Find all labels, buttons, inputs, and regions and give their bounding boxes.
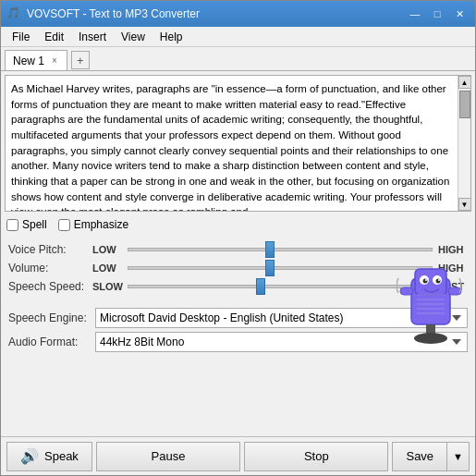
speech-engine-label: Speech Engine: (8, 311, 90, 324)
spell-check-item: Spell (6, 218, 47, 231)
svg-rect-15 (400, 287, 413, 295)
volume-track[interactable] (128, 266, 433, 270)
speech-speed-thumb[interactable] (256, 278, 265, 295)
window-title: VOVSOFT - Text to MP3 Converter (27, 7, 399, 20)
tab-bar: New 1 × + (1, 47, 475, 71)
save-button-group: Save ▼ (392, 442, 470, 471)
emphasize-label: Emphasize (74, 218, 128, 231)
svg-point-6 (425, 279, 427, 281)
tab-new1[interactable]: New 1 × (5, 50, 67, 70)
voice-pitch-low: LOW (92, 244, 122, 255)
chevron-down-icon: ▼ (453, 451, 463, 462)
menu-edit[interactable]: Edit (37, 29, 71, 45)
menu-help[interactable]: Help (153, 29, 190, 45)
title-bar: 🎵 VOVSOFT - Text to MP3 Converter — □ ✕ (1, 1, 475, 27)
scroll-thumb[interactable] (459, 91, 470, 118)
save-dropdown-button[interactable]: ▼ (446, 442, 470, 471)
voice-pitch-row: Voice Pitch: LOW HIGH (8, 243, 468, 256)
voice-pitch-label: Voice Pitch: (8, 243, 87, 256)
volume-thumb[interactable] (265, 260, 275, 276)
svg-point-5 (436, 279, 441, 284)
voice-pitch-track[interactable] (128, 248, 433, 251)
text-editor-container: As Michael Harvey writes, paragraphs are… (5, 75, 471, 212)
pause-button[interactable]: Pause (96, 442, 240, 471)
text-body: As Michael Harvey writes, paragraphs are… (11, 83, 449, 211)
svg-point-4 (423, 279, 428, 284)
audio-format-label: Audio Format: (8, 336, 90, 348)
speak-label: Speak (44, 449, 79, 463)
spell-checkbox[interactable] (6, 219, 18, 231)
bottom-bar: 🔊 Speak Pause Stop Save ▼ (1, 436, 475, 475)
emphasize-checkbox[interactable] (58, 219, 70, 231)
svg-point-14 (414, 333, 447, 344)
voice-pitch-thumb[interactable] (265, 241, 275, 258)
scrollbar: ▲ ▼ (458, 76, 470, 211)
speech-speed-label: Speech Speed: (8, 280, 87, 293)
save-button[interactable]: Save (392, 442, 446, 471)
speak-button[interactable]: 🔊 Speak (6, 442, 92, 471)
text-editor[interactable]: As Michael Harvey writes, paragraphs are… (6, 76, 458, 211)
close-button[interactable]: ✕ (449, 6, 470, 22)
emphasize-check-item: Emphasize (58, 218, 128, 231)
menu-file[interactable]: File (5, 29, 37, 45)
svg-rect-16 (448, 287, 461, 295)
stop-button[interactable]: Stop (244, 442, 388, 471)
volume-low: LOW (92, 262, 122, 274)
tab-add-button[interactable]: + (71, 51, 90, 69)
voice-pitch-high: HIGH (438, 244, 468, 255)
speech-speed-low: SLOW (92, 281, 122, 292)
speaker-icon: 🔊 (20, 447, 39, 465)
menu-bar: File Edit Insert View Help (1, 27, 475, 47)
app-icon: 🎵 (6, 6, 21, 21)
maximize-button[interactable]: □ (427, 6, 447, 22)
spell-label: Spell (22, 218, 47, 231)
checkbox-row: Spell Emphasize (1, 215, 475, 234)
mascot-svg (397, 260, 463, 345)
tab-close-button[interactable]: × (50, 55, 59, 67)
menu-view[interactable]: View (114, 29, 153, 45)
svg-rect-13 (426, 324, 435, 334)
volume-label: Volume: (8, 262, 87, 275)
svg-point-7 (438, 279, 440, 281)
scroll-down-button[interactable]: ▼ (458, 198, 471, 211)
scroll-up-button[interactable]: ▲ (458, 76, 471, 89)
window-controls: — □ ✕ (405, 6, 470, 22)
speech-speed-track[interactable] (128, 285, 433, 288)
tab-label: New 1 (13, 55, 44, 67)
mascot (397, 260, 466, 348)
svg-rect-1 (415, 269, 446, 295)
minimize-button[interactable]: — (405, 6, 425, 22)
menu-insert[interactable]: Insert (71, 29, 114, 45)
